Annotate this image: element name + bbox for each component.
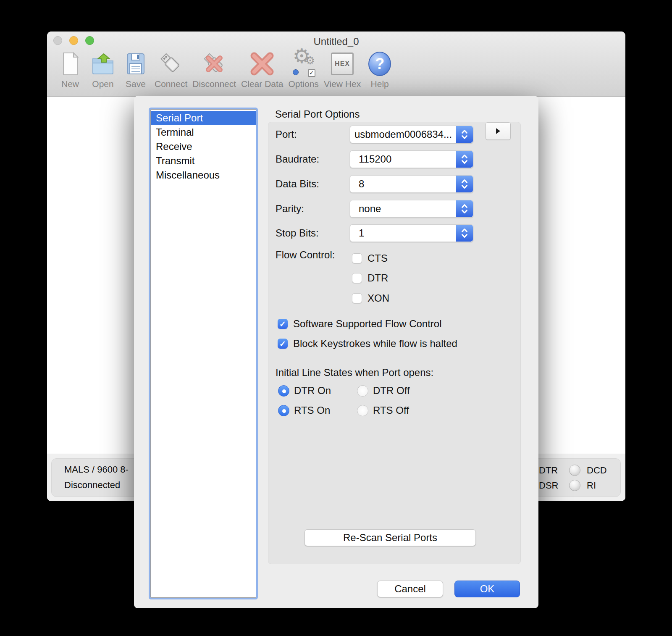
toolbar-label: Help <box>371 79 389 89</box>
toolbar-label: Options <box>289 79 319 89</box>
panel-title: Serial Port Options <box>275 108 360 120</box>
toolbar-label: Clear Data <box>241 79 283 89</box>
options-category-list: Serial Port Terminal Receive Transmit Mi… <box>150 109 256 598</box>
block-keystrokes-checkbox[interactable]: Block Keystrokes while flow is halted <box>278 338 457 349</box>
toolbar-button-view-hex[interactable]: HEX View Hex <box>321 50 363 89</box>
toolbar-button-options[interactable]: Options <box>286 51 321 89</box>
cancel-button[interactable]: Cancel <box>377 581 443 597</box>
stepper-icon <box>456 200 473 217</box>
checkbox-unchecked-icon <box>352 273 362 283</box>
category-item-serial-port[interactable]: Serial Port <box>151 111 256 125</box>
help-icon: ? <box>366 50 394 78</box>
baudrate-label: Baudrate: <box>276 150 319 168</box>
help-icon-text: ? <box>368 52 391 76</box>
dtr-on-radio[interactable]: DTR On <box>278 385 331 397</box>
radio-unselected-icon <box>357 385 368 397</box>
rts-on-radio[interactable]: RTS On <box>278 405 330 416</box>
indicator-label-dcd: DCD <box>587 465 607 476</box>
category-item-transmit[interactable]: Transmit <box>151 154 256 168</box>
data-bits-value: 8 <box>350 178 456 190</box>
category-item-terminal[interactable]: Terminal <box>151 125 256 139</box>
rts-off-radio[interactable]: RTS Off <box>357 405 409 416</box>
usb-connect-icon <box>157 50 185 78</box>
stepper-icon <box>456 151 473 168</box>
block-keystrokes-label: Block Keystrokes while flow is halted <box>293 338 457 350</box>
toolbar-button-help[interactable]: ? Help <box>363 50 396 89</box>
save-floppy-icon <box>122 50 150 78</box>
right-triangle-icon <box>495 127 501 135</box>
open-folder-icon <box>89 50 117 78</box>
flow-control-dtr-checkbox[interactable]: DTR <box>352 273 388 284</box>
toolbar: New Open Save <box>54 50 396 89</box>
toolbar-button-clear-data[interactable]: Clear Data <box>239 50 286 89</box>
toolbar-label: View Hex <box>324 79 361 89</box>
window-title: Untitled_0 <box>47 36 625 47</box>
window-chrome: Untitled_0 New Open <box>47 32 625 97</box>
software-flow-control-checkbox[interactable]: Software Supported Flow Control <box>278 318 442 329</box>
usb-disconnect-icon <box>200 50 228 78</box>
dtr-off-radio[interactable]: DTR Off <box>357 385 410 397</box>
radio-unselected-icon <box>357 405 368 416</box>
checkbox-unchecked-icon <box>352 293 362 303</box>
toolbar-button-open[interactable]: Open <box>87 50 119 89</box>
options-dialog: Serial Port Terminal Receive Transmit Mi… <box>134 96 538 608</box>
port-label: Port: <box>276 126 297 143</box>
toolbar-label: New <box>61 79 79 89</box>
screen-background: Untitled_0 New Open <box>0 0 672 636</box>
rts-on-label: RTS On <box>294 405 330 416</box>
stepper-icon <box>456 126 473 143</box>
toolbar-button-new[interactable]: New <box>54 50 87 89</box>
flow-control-xon-checkbox[interactable]: XON <box>352 293 389 304</box>
ri-led-icon <box>569 480 580 491</box>
stop-bits-label: Stop Bits: <box>276 224 319 242</box>
rescan-serial-ports-button[interactable]: Re-Scan Serial Ports <box>304 529 476 546</box>
xon-label: XON <box>368 292 389 304</box>
rts-off-label: RTS Off <box>373 405 409 416</box>
stepper-icon <box>456 225 473 242</box>
toolbar-button-connect[interactable]: Connect <box>152 50 190 89</box>
toolbar-label: Save <box>126 79 146 89</box>
radio-selected-icon <box>278 385 289 397</box>
dcd-led-icon <box>569 465 580 476</box>
parity-label: Parity: <box>276 200 304 218</box>
checkbox-unchecked-icon <box>352 253 362 263</box>
hex-icon-text: HEX <box>331 53 354 75</box>
parity-value: none <box>350 203 456 215</box>
checkbox-checked-icon <box>278 319 288 329</box>
flow-control-cts-checkbox[interactable]: CTS <box>352 253 388 264</box>
initial-line-states-label: Initial Line States when Port opens: <box>276 367 433 378</box>
toolbar-button-save[interactable]: Save <box>119 50 152 89</box>
toolbar-label: Open <box>92 79 113 89</box>
port-select[interactable]: usbmodem0006834... <box>350 126 473 143</box>
ok-button[interactable]: OK <box>454 581 520 597</box>
view-hex-icon: HEX <box>328 50 356 78</box>
data-bits-label: Data Bits: <box>276 175 319 193</box>
software-flow-control-label: Software Supported Flow Control <box>293 318 442 330</box>
serial-port-options-panel: Port: usbmodem0006834... Baudrate: 11520… <box>268 122 521 564</box>
port-list-disclosure-button[interactable] <box>486 122 511 140</box>
dtr-off-label: DTR Off <box>373 385 410 397</box>
toolbar-button-disconnect[interactable]: Disconnect <box>190 50 239 89</box>
stop-bits-value: 1 <box>350 227 456 239</box>
parity-select[interactable]: none <box>350 200 473 218</box>
clear-data-icon <box>248 50 276 78</box>
status-port-settings: MALS / 9600 8- <box>64 464 129 475</box>
baudrate-select[interactable]: 115200 <box>350 150 473 168</box>
status-connection-info: MALS / 9600 8- Disconnected <box>64 464 129 491</box>
radio-selected-icon <box>278 405 289 416</box>
cts-label: CTS <box>368 252 388 264</box>
indicator-label-ri: RI <box>587 480 607 491</box>
status-connection-state: Disconnected <box>64 480 129 491</box>
checkbox-checked-icon <box>278 339 288 349</box>
category-item-miscellaneous[interactable]: Miscellaneous <box>151 168 256 182</box>
toolbar-label: Connect <box>155 79 187 89</box>
data-bits-select[interactable]: 8 <box>350 175 473 193</box>
port-value: usbmodem0006834... <box>350 129 456 140</box>
dtr-label: DTR <box>368 272 388 284</box>
indicator-label-dtr: DTR <box>539 465 569 476</box>
category-item-receive[interactable]: Receive <box>151 139 256 154</box>
options-gears-icon <box>290 51 317 78</box>
new-document-icon <box>56 50 84 78</box>
stop-bits-select[interactable]: 1 <box>350 224 473 242</box>
dtr-on-label: DTR On <box>294 385 331 397</box>
